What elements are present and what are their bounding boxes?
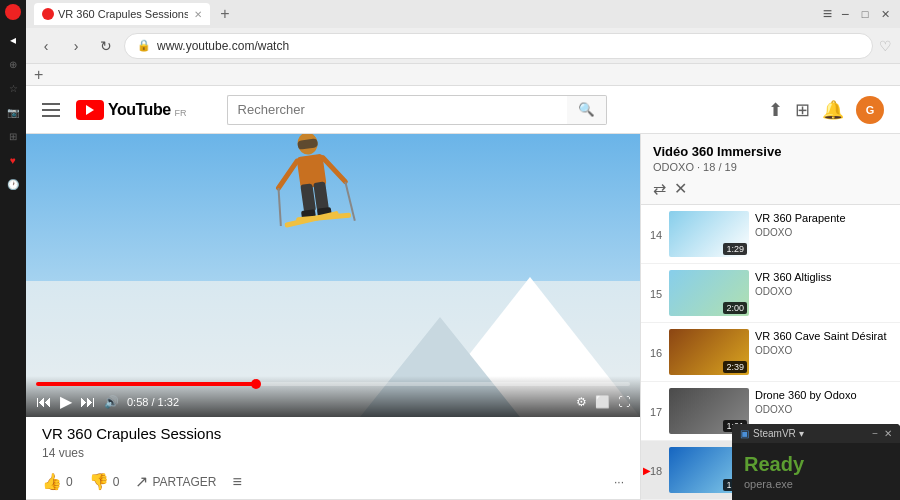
play-button[interactable]: ▶ xyxy=(60,392,72,411)
playlist-item-title: VR 360 Altigliss xyxy=(755,270,892,284)
steamvr-status: Ready xyxy=(744,453,888,476)
share-button[interactable]: ↗ PARTAGER xyxy=(135,472,216,491)
video-player[interactable]: ⏮ ▶ ⏭ 🔊 0:58 / 1:32 ⚙ xyxy=(26,134,640,417)
opera-logo-icon[interactable] xyxy=(5,4,21,20)
youtube-logo[interactable]: YouTube FR xyxy=(76,100,187,120)
search-bar: 🔍 xyxy=(227,95,607,125)
steamvr-close-btn[interactable]: ✕ xyxy=(884,428,892,439)
svg-rect-3 xyxy=(300,184,316,213)
url-text: www.youtube.com/watch xyxy=(157,39,289,53)
sidebar-grid-icon[interactable]: ⊞ xyxy=(5,128,21,144)
playlist-item-duration: 1:29 xyxy=(723,243,747,255)
bookmark-icon[interactable]: ♡ xyxy=(879,38,892,54)
sidebar-camera-icon[interactable]: 📷 xyxy=(5,104,21,120)
back-button[interactable]: ‹ xyxy=(34,34,58,58)
controls-row: ⏮ ▶ ⏭ 🔊 0:58 / 1:32 ⚙ xyxy=(36,392,630,411)
right-controls: ⚙ ⬜ ⛶ xyxy=(576,395,630,409)
volume-icon[interactable]: 🔊 xyxy=(104,395,119,409)
apps-icon[interactable]: ⊞ xyxy=(795,99,810,121)
like-button[interactable]: 👍 0 xyxy=(42,472,73,491)
close-button[interactable]: ✕ xyxy=(878,7,892,21)
sidebar-home-icon[interactable]: ⊕ xyxy=(5,56,21,72)
fullscreen-button[interactable]: ⛶ xyxy=(618,395,630,409)
minimize-button[interactable]: − xyxy=(838,7,852,21)
playlist-item-thumb: 2:00 xyxy=(669,270,749,316)
upload-icon[interactable]: ⬆ xyxy=(768,99,783,121)
video-views: 14 vues xyxy=(42,446,624,460)
sidebar-back-icon[interactable]: ◂ xyxy=(5,32,21,48)
new-tab-button[interactable]: + xyxy=(216,5,234,23)
tab-close-btn[interactable]: ✕ xyxy=(194,9,202,20)
save-icon: ≡ xyxy=(232,473,241,491)
youtube-page: YouTube FR 🔍 ⬆ ⊞ 🔔 G xyxy=(26,86,900,500)
playlist-item-title: Drone 360 by Odoxo xyxy=(755,388,892,402)
steamvr-body: Ready opera.exe xyxy=(732,443,900,500)
playlist-meta: ODOXO · 18 / 19 xyxy=(653,161,888,173)
window-controls: ≡ − □ ✕ xyxy=(823,5,892,23)
steamvr-minimize-btn[interactable]: − xyxy=(872,428,878,439)
playlist-item-duration: 2:39 xyxy=(723,361,747,373)
playlist-item-thumb: 1:29 xyxy=(669,211,749,257)
playlist-item[interactable]: 15 2:00 VR 360 Altigliss ODOXO xyxy=(641,264,900,323)
refresh-button[interactable]: ↻ xyxy=(94,34,118,58)
youtube-logo-text: YouTube xyxy=(108,101,171,119)
video-background xyxy=(26,134,640,417)
sidebar-heart-icon[interactable]: ♥ xyxy=(5,152,21,168)
steamvr-app: opera.exe xyxy=(744,478,888,490)
video-info: VR 360 Crapules Sessions 14 vues 👍 0 👎 0… xyxy=(26,417,640,500)
playlist-item-info: Drone 360 by Odoxo ODOXO xyxy=(755,388,892,415)
sidebar-clock-icon[interactable]: 🕐 xyxy=(5,176,21,192)
steamvr-title-text: SteamVR ▾ xyxy=(753,428,804,439)
sidebar-star-icon[interactable]: ☆ xyxy=(5,80,21,96)
video-title: VR 360 Crapules Sessions xyxy=(42,425,624,442)
playlist-title: Vidéo 360 Immersive xyxy=(653,144,888,159)
more-button[interactable]: ··· xyxy=(614,475,624,489)
playlist-item-num: 16 xyxy=(649,347,663,359)
settings-video-icon[interactable]: ⚙ xyxy=(576,395,587,409)
playlist-header: Vidéo 360 Immersive ODOXO · 18 / 19 ⇄ ✕ xyxy=(641,134,900,205)
search-button[interactable]: 🔍 xyxy=(567,95,607,125)
youtube-header: YouTube FR 🔍 ⬆ ⊞ 🔔 G xyxy=(26,86,900,134)
steamvr-title: ▣ SteamVR ▾ xyxy=(740,428,804,439)
progress-bar[interactable] xyxy=(36,382,630,386)
now-playing-icon: ▶ xyxy=(643,465,651,476)
save-button[interactable]: ≡ xyxy=(232,473,241,491)
dislike-button[interactable]: 👎 0 xyxy=(89,472,120,491)
playlist-item-duration: 2:00 xyxy=(723,302,747,314)
more-icon: ··· xyxy=(614,475,624,489)
like-icon: 👍 xyxy=(42,472,62,491)
new-tab-small-button[interactable]: + xyxy=(34,66,43,84)
playlist-close-btn[interactable]: ✕ xyxy=(674,179,687,198)
playlist-loop-btn[interactable]: ⇄ xyxy=(653,179,666,198)
like-count: 0 xyxy=(66,475,73,489)
settings-icon[interactable]: ≡ xyxy=(823,5,832,23)
browser-tab[interactable]: VR 360 Crapules Sessions ✕ xyxy=(34,3,210,25)
playlist-controls: ⇄ ✕ xyxy=(653,179,888,198)
share-icon: ↗ xyxy=(135,472,148,491)
progress-fill xyxy=(36,382,256,386)
forward-button[interactable]: › xyxy=(64,34,88,58)
skip-forward-button[interactable]: ⏭ xyxy=(80,393,96,411)
hamburger-menu[interactable] xyxy=(42,103,60,117)
skip-back-button[interactable]: ⏮ xyxy=(36,393,52,411)
new-tab-bar: + xyxy=(26,64,900,86)
playlist-item[interactable]: 16 2:39 VR 360 Cave Saint Désirat ODOXO xyxy=(641,323,900,382)
svg-line-5 xyxy=(275,161,300,188)
playlist-item-info: VR 360 Parapente ODOXO xyxy=(755,211,892,238)
address-input[interactable]: 🔒 www.youtube.com/watch xyxy=(124,33,873,59)
time-display: 0:58 / 1:32 xyxy=(127,396,179,408)
dislike-count: 0 xyxy=(113,475,120,489)
bell-icon[interactable]: 🔔 xyxy=(822,99,844,121)
tab-favicon xyxy=(42,8,54,20)
playlist-item[interactable]: 14 1:29 VR 360 Parapente ODOXO xyxy=(641,205,900,264)
miniplayer-icon[interactable]: ⬜ xyxy=(595,395,610,409)
restore-button[interactable]: □ xyxy=(858,7,872,21)
steamvr-window-controls: − ✕ xyxy=(872,428,892,439)
playlist-item-num: 14 xyxy=(649,229,663,241)
playlist-item-info: VR 360 Cave Saint Désirat ODOXO xyxy=(755,329,892,356)
video-controls: ⏮ ▶ ⏭ 🔊 0:58 / 1:32 ⚙ xyxy=(26,376,640,417)
lock-icon: 🔒 xyxy=(137,39,151,52)
playlist-item-channel: ODOXO xyxy=(755,227,892,238)
search-input[interactable] xyxy=(227,95,567,125)
user-avatar[interactable]: G xyxy=(856,96,884,124)
